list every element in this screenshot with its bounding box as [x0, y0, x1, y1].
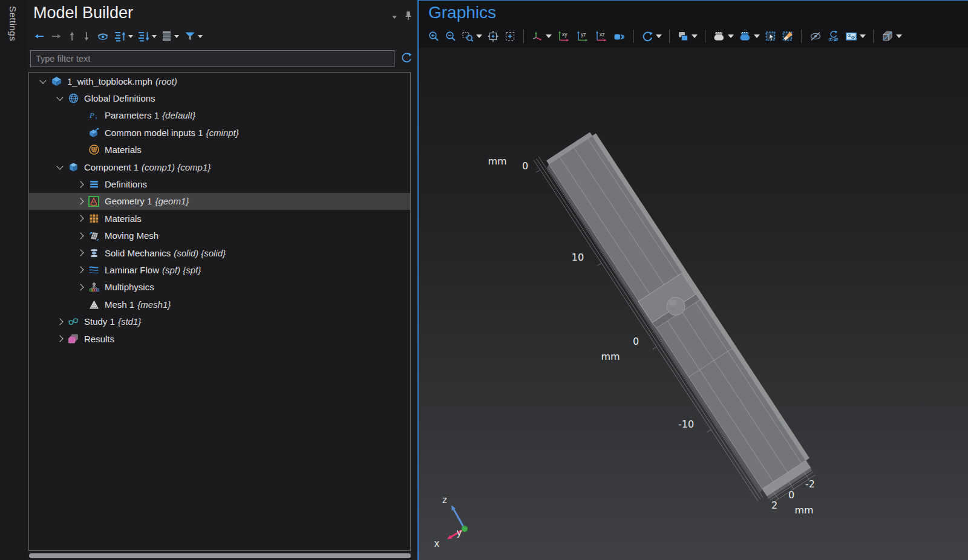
collapse-all-button[interactable]	[137, 30, 158, 43]
length-axis-unit-label: mm	[601, 351, 620, 362]
filter-button[interactable]	[183, 30, 204, 43]
tree-item-solid-mechanics[interactable]: Solid Mechanics (solid) {solid}	[29, 244, 410, 261]
camera-button[interactable]	[611, 30, 628, 43]
zoom-to-selection-button[interactable]	[502, 30, 518, 43]
parameters-pi-icon: Pi	[88, 110, 100, 121]
chevron-right-icon[interactable]	[73, 216, 88, 221]
go-forward-button[interactable]	[49, 30, 64, 43]
chevron-right-icon[interactable]	[73, 285, 88, 290]
horizontal-scrollbar[interactable]	[29, 553, 413, 558]
show-button[interactable]	[95, 30, 111, 43]
beam-geometry	[546, 132, 812, 500]
chevron-right-icon[interactable]	[73, 267, 88, 272]
refresh-icon[interactable]	[401, 51, 413, 66]
dropdown-caret-icon[interactable]	[860, 34, 866, 38]
pin-icon[interactable]	[404, 11, 413, 23]
toolbar-separator	[669, 30, 670, 43]
solid-mechanics-icon	[88, 247, 100, 258]
zoom-extents-button[interactable]	[485, 30, 501, 43]
toolbar-separator	[705, 30, 705, 43]
tree-item-common-model-inputs-1[interactable]: Common model inputs 1 {cminpt}	[29, 124, 410, 141]
dropdown-caret-icon[interactable]	[476, 34, 482, 38]
go-back-button[interactable]	[32, 30, 47, 43]
dropdown-caret-icon[interactable]	[198, 35, 203, 38]
orientation-triad: z x y	[434, 495, 468, 549]
tree-item-mesh-1[interactable]: Mesh 1 {mesh1}	[29, 296, 410, 313]
length-axis-tick: -10	[678, 418, 694, 430]
graphics-viewport[interactable]: mm 0 10 0 mm -10 -2 0 2 mm	[419, 48, 968, 560]
chevron-right-icon[interactable]	[73, 250, 88, 255]
tree-item-definitions[interactable]: Definitions	[29, 175, 410, 192]
settings-panel-tab[interactable]: Settings	[0, 0, 28, 560]
definitions-icon	[88, 179, 100, 190]
model-builder-title: Model Builder	[33, 4, 133, 22]
tree-item-multiphysics[interactable]: Multiphysics	[29, 279, 410, 296]
zoom-out-button[interactable]	[443, 30, 459, 43]
multiphysics-icon	[88, 282, 100, 293]
view-hidden-button[interactable]	[843, 30, 868, 43]
dropdown-caret-icon[interactable]	[174, 35, 179, 38]
tree-item-label: Laminar Flow	[105, 265, 159, 275]
chevron-down-icon[interactable]	[35, 80, 50, 83]
dropdown-caret-icon[interactable]	[152, 35, 157, 38]
tree-item-label: Materials	[105, 145, 142, 155]
paint-select-button[interactable]	[780, 30, 796, 43]
xz-view-button[interactable]: xz	[592, 30, 610, 43]
zoom-in-button[interactable]	[426, 30, 442, 43]
model-icon	[50, 76, 62, 86]
dropdown-caret-icon[interactable]	[728, 34, 734, 38]
chevron-down-icon[interactable]	[52, 97, 67, 100]
dropdown-caret-icon[interactable]	[896, 34, 902, 38]
tree-item-study-1[interactable]: Study 1 {std1}	[29, 313, 410, 330]
select-object-filled-button[interactable]	[737, 30, 762, 43]
chevron-right-icon[interactable]	[73, 182, 88, 187]
tree-item-parameters-1[interactable]: Pi Parameters 1 {default}	[29, 107, 410, 124]
chevron-down-icon[interactable]	[52, 166, 67, 169]
tree-item-results[interactable]: Results	[29, 330, 410, 347]
3d-scene[interactable]: mm 0 10 0 mm -10 -2 0 2 mm	[419, 48, 968, 560]
move-up-button[interactable]	[66, 30, 78, 43]
hide-objects-button[interactable]	[807, 30, 824, 43]
yz-view-button[interactable]: yz	[574, 30, 591, 43]
tree-item-component-1[interactable]: Component 1 (comp1) {comp1}	[29, 158, 410, 175]
scene-copy-button[interactable]	[675, 30, 699, 43]
default-view-button[interactable]	[529, 30, 554, 43]
chevron-right-icon[interactable]	[52, 336, 67, 341]
chevron-right-icon[interactable]	[52, 319, 67, 324]
dropdown-caret-icon[interactable]	[128, 35, 133, 38]
chevron-right-icon[interactable]	[73, 199, 88, 204]
tree-item-materials-global[interactable]: Materials	[29, 142, 410, 158]
panel-menu-caret-icon[interactable]	[392, 16, 397, 19]
scrollbar-thumb[interactable]	[29, 553, 411, 558]
tree-item-laminar-flow[interactable]: Laminar Flow (spf) {spf}	[29, 261, 410, 278]
select-object-button[interactable]	[711, 30, 736, 43]
dropdown-caret-icon[interactable]	[656, 34, 662, 38]
node-display-button[interactable]	[160, 30, 180, 43]
materials-grid-icon	[88, 213, 100, 224]
tree-item-materials[interactable]: Materials	[29, 210, 410, 227]
common-model-inputs-icon	[88, 127, 100, 138]
tree-item-global-definitions[interactable]: Global Definitions	[29, 90, 410, 106]
expand-all-button[interactable]	[113, 30, 134, 43]
dropdown-caret-icon[interactable]	[692, 34, 698, 38]
tree-item-root[interactable]: 1_with_topblock.mph (root)	[29, 73, 410, 90]
dropdown-caret-icon[interactable]	[754, 34, 760, 38]
chevron-right-icon[interactable]	[73, 233, 88, 238]
y-axis-dot	[462, 526, 468, 532]
tree-item-label: Component 1	[84, 162, 139, 172]
tree-item-moving-mesh[interactable]: Moving Mesh	[29, 227, 410, 244]
move-down-button[interactable]	[80, 30, 93, 43]
box-select-button[interactable]	[763, 30, 779, 43]
transparency-button[interactable]	[879, 30, 904, 43]
filter-input[interactable]	[30, 50, 394, 67]
settings-tab-label: Settings	[8, 6, 18, 41]
zoom-box-button[interactable]	[460, 30, 484, 43]
rotate-button[interactable]	[639, 30, 664, 43]
tree-item-label: Global Definitions	[84, 93, 155, 103]
dropdown-caret-icon[interactable]	[546, 34, 552, 38]
xy-view-button[interactable]: xy	[555, 30, 572, 43]
reset-hiding-button[interactable]	[825, 30, 842, 43]
tree-item-geometry-1[interactable]: Geometry 1 {geom1}	[29, 193, 410, 210]
width-axis-tick: 2	[771, 500, 777, 511]
moving-mesh-icon	[88, 230, 100, 241]
